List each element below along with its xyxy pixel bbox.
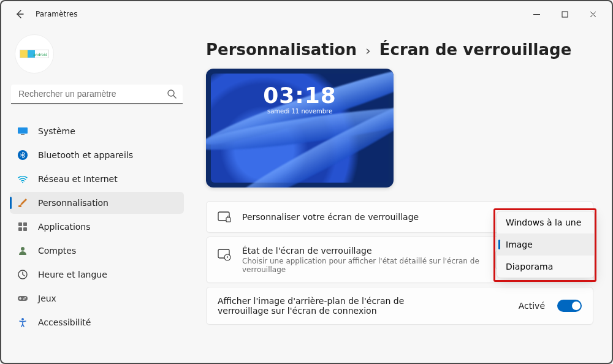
chevron-right-icon: ›: [365, 43, 371, 58]
svg-rect-0: [562, 12, 568, 17]
nav-list: Système Bluetooth et appareils Réseau et…: [10, 120, 184, 333]
avatar[interactable]: android: [15, 34, 54, 74]
sidebar: android Système Bluetooth et appareils: [1, 27, 191, 363]
sidebar-item-label: Bluetooth et appareils: [38, 150, 133, 160]
close-button[interactable]: [579, 5, 607, 23]
dropdown-item-label: Image: [506, 240, 533, 249]
sidebar-item-label: Heure et langue: [38, 270, 107, 279]
sidebar-item-bluetooth[interactable]: Bluetooth et appareils: [10, 144, 184, 166]
sidebar-item-label: Jeux: [38, 294, 56, 303]
avatar-logo: android: [20, 50, 49, 58]
card-title: Afficher l'image d'arrière-plan de l'écr…: [218, 296, 451, 316]
toggle-state-label: Activé: [519, 301, 545, 311]
bluetooth-icon: [17, 150, 28, 161]
card-subtitle: Choisir une application pour afficher l'…: [242, 257, 495, 274]
svg-rect-2: [18, 127, 28, 134]
maximize-icon: [562, 11, 568, 18]
breadcrumb: Personnalisation › Écran de verrouillage: [206, 40, 593, 59]
svg-rect-10: [23, 227, 27, 231]
sidebar-item-label: Comptes: [38, 246, 76, 256]
svg-rect-8: [23, 222, 27, 226]
search-icon: [167, 89, 177, 101]
svg-rect-6: [18, 205, 21, 207]
page-title: Écran de verrouillage: [379, 40, 572, 59]
minimize-button[interactable]: [522, 5, 550, 23]
grid-icon: [17, 221, 28, 232]
back-button[interactable]: [13, 8, 26, 20]
status-app-icon: [218, 248, 231, 262]
sidebar-item-accounts[interactable]: Comptes: [10, 240, 184, 262]
preview-date: samedi 11 novembre: [206, 108, 394, 115]
svg-point-5: [22, 182, 23, 183]
brush-icon: [17, 197, 28, 208]
preview-time: 03:18: [206, 85, 394, 107]
toggle-knob: [572, 301, 581, 310]
svg-rect-7: [18, 222, 22, 226]
lockscreen-preview: 03:18 samedi 11 novembre: [206, 69, 394, 188]
clock-icon: [17, 269, 28, 280]
card-title: État de l'écran de verrouillage: [242, 246, 495, 256]
svg-point-11: [21, 247, 25, 251]
gamepad-icon: [17, 293, 28, 304]
svg-rect-9: [18, 227, 22, 231]
sidebar-item-apps[interactable]: Applications: [10, 216, 184, 238]
user-icon: [17, 245, 28, 256]
preview-clock: 03:18 samedi 11 novembre: [206, 85, 394, 115]
window-controls: [522, 5, 607, 23]
svg-rect-3: [21, 134, 25, 135]
sidebar-item-label: Système: [38, 126, 75, 136]
accessibility-icon: [17, 317, 28, 328]
sidebar-item-gaming[interactable]: Jeux: [10, 287, 184, 309]
dropdown-item-spotlight[interactable]: Windows à la une: [497, 211, 594, 233]
arrow-left-icon: [15, 9, 25, 19]
sidebar-item-label: Applications: [38, 222, 91, 232]
sidebar-item-label: Accessibilité: [38, 317, 91, 327]
sidebar-item-label: Personnalisation: [38, 198, 109, 208]
settings-window: Paramètres android: [0, 0, 613, 364]
maximize-button[interactable]: [550, 5, 579, 23]
breadcrumb-parent[interactable]: Personnalisation: [206, 40, 357, 59]
sidebar-item-system[interactable]: Système: [10, 120, 184, 142]
picture-lock-icon: [218, 210, 231, 224]
svg-point-16: [21, 318, 24, 320]
dropdown-item-slideshow[interactable]: Diaporama: [497, 256, 594, 278]
sidebar-item-accessibility[interactable]: Accessibilité: [10, 311, 184, 333]
dropdown-item-image[interactable]: Image: [497, 233, 594, 256]
svg-point-14: [25, 297, 26, 298]
signin-bg-toggle[interactable]: [557, 300, 582, 312]
monitor-icon: [17, 126, 28, 137]
search-input[interactable]: [11, 85, 183, 104]
dropdown-item-label: Diaporama: [506, 262, 553, 271]
signin-background-card[interactable]: Afficher l'image d'arrière-plan de l'écr…: [206, 287, 593, 325]
dropdown-item-label: Windows à la une: [506, 218, 581, 227]
minimize-icon: [533, 11, 540, 18]
window-title: Paramètres: [36, 10, 77, 18]
titlebar: Paramètres: [1, 1, 612, 27]
svg-rect-18: [226, 218, 230, 222]
close-icon: [590, 11, 596, 18]
search-container: [11, 85, 183, 104]
main-content: Personnalisation › Écran de verrouillage…: [191, 27, 612, 363]
sidebar-item-label: Réseau et Internet: [38, 174, 118, 184]
sidebar-item-time[interactable]: Heure et langue: [10, 264, 184, 286]
wifi-icon: [17, 173, 28, 184]
personalize-dropdown: Windows à la une Image Diaporama: [497, 211, 595, 278]
sidebar-item-network[interactable]: Réseau et Internet: [10, 168, 184, 190]
svg-point-1: [168, 90, 174, 96]
svg-point-15: [23, 298, 25, 300]
sidebar-item-personalization[interactable]: Personnalisation: [10, 192, 184, 214]
